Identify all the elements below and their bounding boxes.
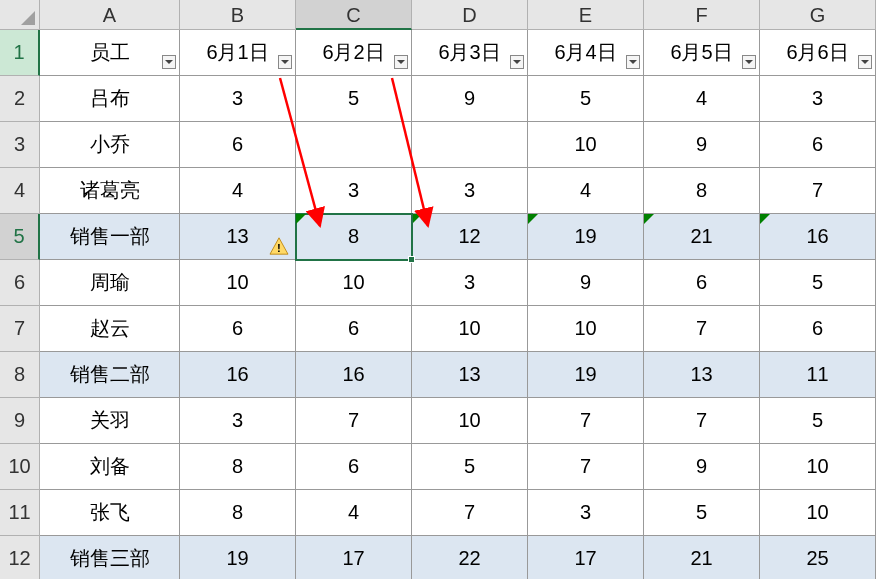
cell-F7[interactable]: 7 [644,306,760,352]
cell-C4[interactable]: 3 [296,168,412,214]
cell-D6[interactable]: 3 [412,260,528,306]
cell-A2[interactable]: 吕布 [40,76,180,122]
cell-F2[interactable]: 4 [644,76,760,122]
filter-dropdown-icon[interactable] [162,55,176,69]
cell-F9[interactable]: 7 [644,398,760,444]
row-header-5[interactable]: 5 [0,214,40,260]
cell-C3[interactable] [296,122,412,168]
cell-D8[interactable]: 13 [412,352,528,398]
fill-handle[interactable] [408,256,415,263]
cell-F3[interactable]: 9 [644,122,760,168]
filter-dropdown-icon[interactable] [626,55,640,69]
cell-E9[interactable]: 7 [528,398,644,444]
cell-D2[interactable]: 9 [412,76,528,122]
cell-D1[interactable]: 6月3日 [412,30,528,76]
error-warning-icon[interactable]: ! [269,226,289,244]
cell-G1[interactable]: 6月6日 [760,30,876,76]
row-header-12[interactable]: 12 [0,536,40,579]
filter-dropdown-icon[interactable] [278,55,292,69]
cell-F4[interactable]: 8 [644,168,760,214]
col-header-C[interactable]: C [296,0,412,30]
cell-C10[interactable]: 6 [296,444,412,490]
cell-B11[interactable]: 8 [180,490,296,536]
filter-dropdown-icon[interactable] [394,55,408,69]
row-header-1[interactable]: 1 [0,30,40,76]
cell-A8[interactable]: 销售二部 [40,352,180,398]
cell-D11[interactable]: 7 [412,490,528,536]
filter-dropdown-icon[interactable] [858,55,872,69]
cell-F11[interactable]: 5 [644,490,760,536]
cell-D12[interactable]: 22 [412,536,528,579]
cell-D5[interactable]: 12 [412,214,528,260]
cell-F12[interactable]: 21 [644,536,760,579]
cell-G8[interactable]: 11 [760,352,876,398]
cell-E8[interactable]: 19 [528,352,644,398]
row-header-3[interactable]: 3 [0,122,40,168]
cell-E10[interactable]: 7 [528,444,644,490]
row-header-9[interactable]: 9 [0,398,40,444]
row-header-7[interactable]: 7 [0,306,40,352]
cell-E11[interactable]: 3 [528,490,644,536]
cell-G12[interactable]: 25 [760,536,876,579]
cell-C9[interactable]: 7 [296,398,412,444]
cell-G2[interactable]: 3 [760,76,876,122]
cell-C5[interactable]: 8 [296,214,412,260]
cell-B3[interactable]: 6 [180,122,296,168]
cell-E12[interactable]: 17 [528,536,644,579]
cell-G7[interactable]: 6 [760,306,876,352]
cell-E2[interactable]: 5 [528,76,644,122]
cell-A11[interactable]: 张飞 [40,490,180,536]
cell-A6[interactable]: 周瑜 [40,260,180,306]
cell-E6[interactable]: 9 [528,260,644,306]
cell-F6[interactable]: 6 [644,260,760,306]
cell-C12[interactable]: 17 [296,536,412,579]
cell-F1[interactable]: 6月5日 [644,30,760,76]
cell-B2[interactable]: 3 [180,76,296,122]
cell-D4[interactable]: 3 [412,168,528,214]
select-all-corner[interactable] [0,0,40,30]
cell-D10[interactable]: 5 [412,444,528,490]
col-header-D[interactable]: D [412,0,528,30]
cell-A9[interactable]: 关羽 [40,398,180,444]
col-header-G[interactable]: G [760,0,876,30]
cell-C7[interactable]: 6 [296,306,412,352]
cell-C8[interactable]: 16 [296,352,412,398]
cell-F10[interactable]: 9 [644,444,760,490]
col-header-A[interactable]: A [40,0,180,30]
cell-G9[interactable]: 5 [760,398,876,444]
cell-F8[interactable]: 13 [644,352,760,398]
col-header-E[interactable]: E [528,0,644,30]
cell-C2[interactable]: 5 [296,76,412,122]
row-header-8[interactable]: 8 [0,352,40,398]
cell-D9[interactable]: 10 [412,398,528,444]
cell-B9[interactable]: 3 [180,398,296,444]
cell-B10[interactable]: 8 [180,444,296,490]
filter-dropdown-icon[interactable] [510,55,524,69]
row-header-4[interactable]: 4 [0,168,40,214]
cell-A5[interactable]: 销售一部 [40,214,180,260]
cell-B7[interactable]: 6 [180,306,296,352]
cell-C1[interactable]: 6月2日 [296,30,412,76]
cell-B5[interactable]: 13 ! [180,214,296,260]
cell-E4[interactable]: 4 [528,168,644,214]
cell-B8[interactable]: 16 [180,352,296,398]
cell-G11[interactable]: 10 [760,490,876,536]
cell-D3[interactable] [412,122,528,168]
spreadsheet-grid[interactable]: A B C D E F G 1 员工 6月1日 6月2日 6月3日 6月4日 6… [0,0,881,579]
cell-D7[interactable]: 10 [412,306,528,352]
cell-A7[interactable]: 赵云 [40,306,180,352]
filter-dropdown-icon[interactable] [742,55,756,69]
col-header-B[interactable]: B [180,0,296,30]
cell-E1[interactable]: 6月4日 [528,30,644,76]
cell-C6[interactable]: 10 [296,260,412,306]
cell-F5[interactable]: 21 [644,214,760,260]
cell-G10[interactable]: 10 [760,444,876,490]
cell-B6[interactable]: 10 [180,260,296,306]
cell-B12[interactable]: 19 [180,536,296,579]
col-header-F[interactable]: F [644,0,760,30]
cell-A12[interactable]: 销售三部 [40,536,180,579]
cell-C11[interactable]: 4 [296,490,412,536]
cell-B4[interactable]: 4 [180,168,296,214]
cell-G4[interactable]: 7 [760,168,876,214]
cell-A3[interactable]: 小乔 [40,122,180,168]
